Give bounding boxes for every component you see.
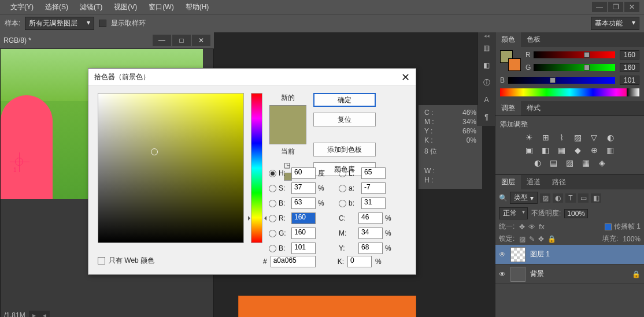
colorlookup-icon[interactable]: ◆ (573, 146, 583, 155)
status-arrow-icon[interactable]: ▸ (29, 311, 39, 317)
eye-icon[interactable]: 👁 (499, 251, 506, 259)
fill-value[interactable]: 100% (623, 235, 641, 243)
collapse-grip-icon[interactable]: ◂◂ (478, 32, 495, 39)
selcolor-icon[interactable]: ▨ (565, 158, 575, 167)
doc-min-icon[interactable]: — (153, 35, 171, 46)
adj-extra1-icon[interactable]: ▦ (581, 158, 591, 167)
curves-icon[interactable]: ⌇ (557, 133, 567, 142)
opacity-value[interactable]: 100% (564, 209, 588, 218)
layer-thumb[interactable] (510, 267, 525, 282)
tab-adjustments[interactable]: 调整 (495, 101, 521, 115)
r-slider[interactable] (534, 51, 615, 58)
layer-name[interactable]: 背景 (530, 269, 544, 279)
layer-row[interactable]: 👁 图层 1 (495, 245, 644, 264)
unify-pos-icon[interactable]: ✥ (519, 223, 525, 231)
tab-color[interactable]: 颜色 (495, 32, 521, 47)
lock-paint-icon[interactable]: ✎ (529, 235, 535, 243)
menu-select[interactable]: 选择(S) (39, 2, 74, 12)
sample-select[interactable]: 所有无调整图层 (25, 17, 94, 30)
paragraph-icon[interactable]: ¶ (478, 109, 495, 126)
layer-name[interactable]: 图层 1 (530, 249, 550, 259)
layer-filter-mode[interactable]: 类型 ▾ (510, 192, 538, 204)
blab-input[interactable]: 31 (361, 197, 386, 209)
r-value[interactable]: 160 (620, 50, 639, 59)
background-swatch[interactable] (508, 58, 521, 71)
bw-icon[interactable]: ▣ (524, 146, 535, 155)
b-slider[interactable] (508, 77, 615, 84)
y-input[interactable]: 68 (358, 243, 383, 254)
layer-row[interactable]: 👁 背景 🔒 (495, 264, 644, 284)
filter-text-icon[interactable]: T (565, 193, 576, 203)
hue-thumb-icon[interactable] (248, 216, 267, 221)
sample-point-icon[interactable] (15, 158, 23, 166)
g-input[interactable]: 160 (291, 228, 316, 239)
propagate-checkbox[interactable] (605, 223, 612, 230)
menu-view[interactable]: 视图(V) (108, 2, 143, 12)
h-radio[interactable] (269, 170, 276, 177)
tab-styles[interactable]: 样式 (521, 101, 546, 115)
layer-thumb[interactable] (510, 247, 525, 262)
m-input[interactable]: 34 (358, 228, 383, 239)
color-cursor-icon[interactable] (151, 148, 158, 155)
scroll-left-icon[interactable]: ◂ (39, 311, 50, 317)
posterize-icon[interactable]: ▥ (605, 146, 616, 155)
blab-radio[interactable] (339, 200, 346, 207)
tab-channels[interactable]: 通道 (521, 175, 546, 189)
menu-filter[interactable]: 滤镜(T) (74, 2, 108, 12)
g-value[interactable]: 160 (620, 63, 639, 72)
l-input[interactable]: 65 (361, 167, 386, 179)
menu-help[interactable]: 帮助(H) (180, 2, 215, 12)
bv-input[interactable]: 63 (291, 197, 316, 209)
s-input[interactable]: 37 (291, 182, 316, 194)
lock-trans-icon[interactable]: ▨ (519, 235, 525, 243)
ok-button[interactable]: 确定 (313, 93, 376, 107)
filter-smart-icon[interactable]: ◧ (591, 193, 601, 203)
r-radio[interactable] (269, 215, 276, 222)
eye-icon[interactable]: 👁 (499, 270, 506, 278)
menu-window[interactable]: 窗口(W) (143, 2, 179, 12)
vibrance-icon[interactable]: ▽ (589, 133, 599, 142)
restore-icon[interactable]: ❐ (608, 2, 623, 12)
threshold-icon[interactable]: ◐ (532, 158, 543, 167)
adj-extra2-icon[interactable]: ◈ (597, 158, 608, 167)
current-color-swatch[interactable] (270, 125, 306, 144)
reset-button[interactable]: 复位 (313, 113, 376, 126)
bb-input[interactable]: 101 (291, 243, 316, 254)
l-radio[interactable] (339, 170, 346, 177)
g-radio[interactable] (269, 230, 276, 237)
tab-swatches[interactable]: 色板 (521, 32, 546, 47)
close-app-icon[interactable]: ✕ (624, 2, 639, 12)
h-input[interactable]: 60 (291, 167, 316, 179)
doc-max-icon[interactable]: □ (172, 35, 191, 46)
c-input[interactable]: 46 (358, 212, 383, 224)
spectrum-strip[interactable] (500, 88, 639, 96)
unify-style-icon[interactable]: fx (539, 223, 544, 231)
navigator-icon[interactable]: ◧ (478, 57, 495, 74)
web-only-checkbox[interactable] (98, 257, 105, 264)
filter-image-icon[interactable]: ▨ (540, 193, 550, 203)
document-tab-title[interactable]: RGB/8) * (3, 36, 31, 44)
a-radio[interactable] (339, 185, 346, 192)
lock-pos-icon[interactable]: ✥ (538, 235, 544, 243)
minimize-icon[interactable]: — (592, 2, 607, 12)
unify-vis-icon[interactable]: 👁 (528, 223, 535, 231)
lock-all-icon[interactable]: 🔒 (547, 235, 556, 243)
tab-layers[interactable]: 图层 (495, 175, 521, 189)
character-icon[interactable]: A (478, 91, 495, 109)
bb-radio[interactable] (269, 245, 276, 252)
gradmap-icon[interactable]: ▤ (549, 158, 559, 167)
channelmix-icon[interactable]: ▦ (557, 146, 567, 155)
add-swatch-button[interactable]: 添加到色板 (313, 143, 376, 156)
info-icon[interactable]: ⓘ (478, 74, 495, 91)
g-slider[interactable] (534, 64, 615, 71)
tab-paths[interactable]: 路径 (546, 175, 572, 189)
doc-close-icon[interactable]: ✕ (192, 35, 210, 46)
color-field[interactable] (98, 93, 244, 243)
r-input[interactable]: 160 (291, 212, 316, 224)
a-input[interactable]: -7 (361, 182, 386, 194)
bv-radio[interactable] (269, 200, 276, 207)
hue-slider[interactable] (251, 93, 262, 243)
brightness-icon[interactable]: ☀ (524, 133, 535, 142)
levels-icon[interactable]: ⊞ (541, 133, 551, 142)
exposure-icon[interactable]: ▨ (573, 133, 583, 142)
